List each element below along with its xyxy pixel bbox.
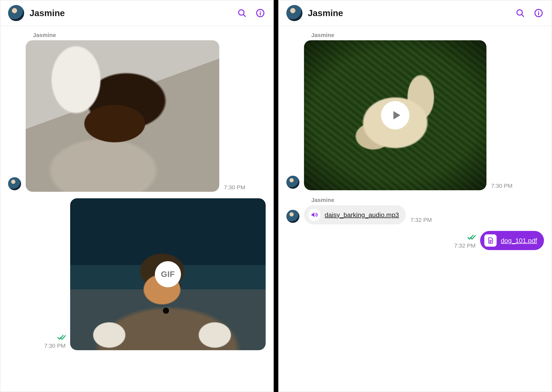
read-receipt-icon xyxy=(57,333,66,341)
message-list: Jasmine 7:30 PM Jasmine daisy xyxy=(279,26,552,392)
play-icon xyxy=(381,101,409,129)
file-attachment[interactable]: dog_101.pdf xyxy=(480,231,544,250)
video-attachment[interactable] xyxy=(304,40,486,190)
info-icon[interactable] xyxy=(255,8,266,18)
message-incoming-image: Jasmine 7:30 PM xyxy=(8,32,266,192)
timestamp: 7:30 PM xyxy=(44,343,66,349)
sender-label: Jasmine xyxy=(33,32,266,38)
gif-badge-label: GIF xyxy=(161,270,175,279)
chat-header: Jasmine xyxy=(279,0,552,26)
chat-pane-left: Jasmine Jasmine 7:30 PM GIF xyxy=(0,0,274,392)
gif-attachment[interactable]: GIF xyxy=(70,198,266,350)
avatar[interactable] xyxy=(286,5,303,21)
svg-point-4 xyxy=(260,11,261,12)
image-attachment[interactable] xyxy=(26,40,219,192)
svg-marker-10 xyxy=(393,111,400,119)
avatar[interactable] xyxy=(8,5,24,21)
timestamp: 7:32 PM xyxy=(454,242,476,249)
file-filename: dog_101.pdf xyxy=(501,237,537,244)
timestamp: 7:32 PM xyxy=(410,217,432,223)
gif-badge: GIF xyxy=(155,261,181,287)
message-outgoing-file: dog_101.pdf 7:32 PM xyxy=(286,231,544,250)
avatar[interactable] xyxy=(286,176,299,189)
contact-name: Jasmine xyxy=(308,8,507,18)
sender-label: Jasmine xyxy=(311,197,544,203)
svg-line-6 xyxy=(522,14,524,16)
search-icon[interactable] xyxy=(236,8,247,18)
message-list: Jasmine 7:30 PM GIF 7:30 PM xyxy=(0,26,273,392)
svg-line-1 xyxy=(243,14,245,16)
message-incoming-video: Jasmine 7:30 PM xyxy=(286,32,544,190)
timestamp: 7:30 PM xyxy=(491,182,512,189)
svg-point-9 xyxy=(538,11,539,12)
chat-pane-right: Jasmine Jasmine 7:30 PM Jasmine xyxy=(278,0,552,392)
read-receipt-icon xyxy=(467,233,476,241)
message-incoming-audio: Jasmine daisy_barking_audio.mp3 7:32 PM xyxy=(286,197,544,224)
timestamp: 7:30 PM xyxy=(224,184,245,191)
speaker-icon xyxy=(308,209,320,221)
document-icon xyxy=(484,234,497,247)
avatar[interactable] xyxy=(286,210,299,223)
chat-header: Jasmine xyxy=(0,0,273,26)
message-outgoing-gif: GIF 7:30 PM xyxy=(8,198,266,350)
avatar[interactable] xyxy=(8,177,21,190)
sender-label: Jasmine xyxy=(311,32,544,38)
info-icon[interactable] xyxy=(533,8,544,18)
search-icon[interactable] xyxy=(515,8,525,18)
audio-filename: daisy_barking_audio.mp3 xyxy=(325,211,399,219)
audio-attachment[interactable]: daisy_barking_audio.mp3 xyxy=(304,205,406,224)
contact-name: Jasmine xyxy=(29,8,229,18)
